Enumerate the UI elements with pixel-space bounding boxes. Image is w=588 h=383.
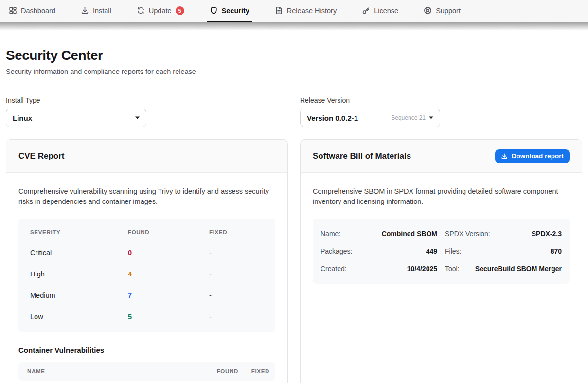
release-version-select[interactable]: Version 0.0.2-1 Sequence 21 <box>300 109 440 127</box>
nav-tab-release-history[interactable]: Release History <box>272 0 339 22</box>
nav-shadow-gradient <box>0 22 588 30</box>
fixed-col-header: FIXED <box>238 368 269 374</box>
sbom-detail-item: Files: 870 <box>445 242 562 260</box>
nav-tab-license[interactable]: License <box>359 0 401 22</box>
cve-description: Comprehensive vulnerability scanning usi… <box>18 186 275 207</box>
sbom-detail-item: Created: 10/4/2025 <box>321 260 437 277</box>
severity-row: Medium 7 - <box>30 285 264 306</box>
download-icon <box>81 6 89 15</box>
install-type-select[interactable]: Linux <box>6 109 146 127</box>
refresh-icon <box>137 6 145 15</box>
nav-tab-dashboard[interactable]: Dashboard <box>6 0 58 22</box>
found-col-header: FOUND <box>196 368 238 374</box>
install-type-label: Install Type <box>6 96 146 104</box>
container-vulnerabilities-title: Container Vulnerabilities <box>18 346 275 354</box>
key-icon <box>362 6 370 15</box>
sbom-detail-item: Tool: SecureBuild SBOM Merger <box>445 260 562 277</box>
sbom-description: Comprehensive SBOM in SPDX format provid… <box>313 186 562 207</box>
page-title: Security Center <box>6 48 582 63</box>
cve-card-body: Comprehensive vulnerability scanning usi… <box>6 173 287 383</box>
name-col-header: NAME <box>27 368 196 374</box>
severity-table: SEVERITY FOUND FIXED Critical 0 - High <box>18 219 275 332</box>
severity-row: High 4 - <box>30 263 264 285</box>
severity-table-header: SEVERITY FOUND FIXED <box>30 222 264 242</box>
sbom-card-header: Software Bill of Materials Download repo… <box>301 140 582 173</box>
nav-tab-security[interactable]: Security <box>207 0 252 22</box>
filters-row: Install Type Linux Release Version Versi… <box>6 96 582 127</box>
top-nav: Dashboard Install Update 5 Security Rele… <box>0 0 588 22</box>
fixed-col-header: FIXED <box>209 229 264 235</box>
found-col-header: FOUND <box>128 229 209 235</box>
chevron-down-icon <box>429 116 433 119</box>
release-version-filter: Release Version Version 0.0.2-1 Sequence… <box>300 96 440 127</box>
dashboard-grid-icon <box>9 6 17 15</box>
sbom-card-title: Software Bill of Materials <box>313 151 411 161</box>
sbom-detail-item: SPDX Version: SPDX-2.3 <box>445 225 562 242</box>
download-report-label: Download report <box>512 152 564 160</box>
page-subtitle: Security information and compliance repo… <box>6 68 582 75</box>
download-report-button[interactable]: Download report <box>495 149 570 163</box>
lifebuoy-icon <box>424 6 432 15</box>
chevron-down-icon <box>135 116 140 119</box>
container-table-header: NAME FOUND FIXED <box>18 362 275 381</box>
cards-row: CVE Report Comprehensive vulnerability s… <box>6 139 582 383</box>
severity-col-header: SEVERITY <box>30 229 128 235</box>
release-sequence-label: Sequence 21 <box>391 114 426 121</box>
cve-report-card: CVE Report Comprehensive vulnerability s… <box>6 139 288 383</box>
update-count-badge: 5 <box>176 6 184 15</box>
severity-row: Low 5 - <box>30 306 264 328</box>
sbom-details-table: Name: Combined SBOM SPDX Version: SPDX-2… <box>313 219 570 284</box>
release-version-label: Release Version <box>300 96 440 104</box>
sbom-detail-item: Name: Combined SBOM <box>321 225 437 242</box>
nav-tab-install[interactable]: Install <box>78 0 114 22</box>
severity-row: Critical 0 - <box>30 242 264 263</box>
cve-card-title: CVE Report <box>18 151 64 161</box>
cve-card-header: CVE Report <box>6 140 287 173</box>
document-icon <box>275 6 283 15</box>
main-content: Security Center Security information and… <box>0 30 588 383</box>
nav-tab-support[interactable]: Support <box>421 0 463 22</box>
sbom-card-body: Comprehensive SBOM in SPDX format provid… <box>301 173 582 297</box>
shield-icon <box>210 6 218 15</box>
sbom-detail-item: Packages: 449 <box>321 242 437 260</box>
install-type-value: Linux <box>13 114 135 122</box>
sbom-card: Software Bill of Materials Download repo… <box>300 139 582 383</box>
install-type-filter: Install Type Linux <box>6 96 146 127</box>
download-icon <box>501 153 508 160</box>
nav-tab-update[interactable]: Update 5 <box>134 0 187 22</box>
release-version-value: Version 0.0.2-1 <box>307 114 391 122</box>
